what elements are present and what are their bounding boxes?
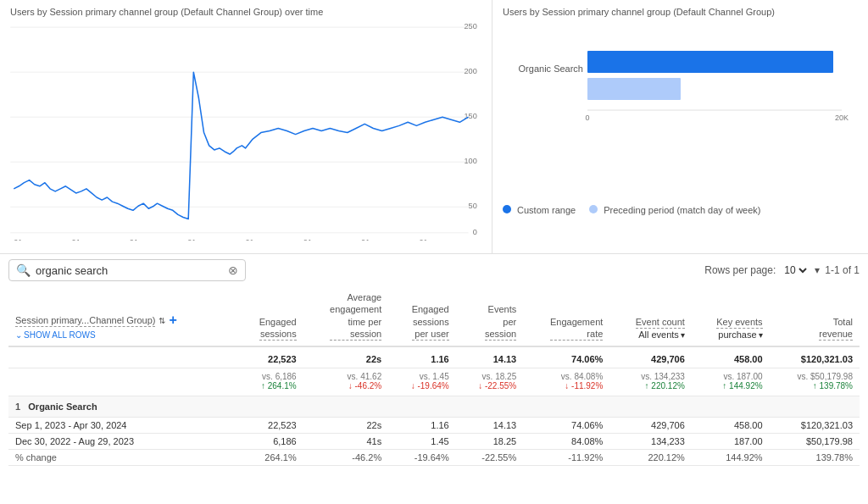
change-events-per-session: vs. 18.25 ↓ -22.55% [456,368,524,396]
total-engaged-per-user: 1.16 [388,346,456,368]
svg-rect-29 [587,51,833,73]
change-event-count: vs. 134,233 ↑ 220.12% [609,368,692,396]
search-box[interactable]: 🔍 ⊗ [8,259,246,281]
legend-label-custom: Custom range [517,205,576,215]
change-avg-engagement: vs. 41.62 ↓ -46.2% [303,368,389,396]
row-label-1: Sep 1, 2023 - Apr 30, 2024 [8,418,236,434]
svg-text:Organic Search: Organic Search [519,64,583,74]
col-header-total-revenue: Totalrevenue [770,286,860,346]
col-header-engaged-sessions: Engagedsessions [236,286,303,346]
rows-per-page-select[interactable]: 10 25 50 [781,263,810,277]
col-header-event-count: Event count All events ▾ [609,286,692,346]
svg-text:01: 01 [419,238,427,241]
pagination-controls: Rows per page: 10 25 50 ▾ 1-1 of 1 [704,263,860,277]
col-header-avg-engagement: Averageengagementtime persession [303,286,389,346]
line-chart-container: 250 200 150 100 50 0 01 Sep 01 Oct [10,20,481,241]
total-key-events: 458.00 [692,346,770,368]
total-event-count: 429,706 [609,346,692,368]
add-dimension-button[interactable]: + [169,312,176,330]
total-revenue: $120,321.03 [770,346,860,368]
rows-per-page-label: Rows per page: [704,264,776,276]
bar-chart-area: Users by Session primary channel group (… [492,0,868,253]
page-info: 1-1 of 1 [825,264,860,276]
svg-text:200: 200 [464,67,476,75]
search-filter-row: 🔍 ⊗ Rows per page: 10 25 50 ▾ 1-1 of 1 [8,259,860,281]
change-engaged-sessions: vs. 6,186 ↑ 264.1% [236,368,303,396]
col-header-events-per-session: Eventspersession [456,286,524,346]
line-chart-area: Users by Session primary channel group (… [0,0,492,253]
change-key-events: vs. 187.00 ↑ 144.92% [692,368,770,396]
bar-chart-title: Users by Session primary channel group (… [503,7,858,17]
row-label-2: Dec 30, 2022 - Aug 29, 2023 [8,434,236,450]
row-label-pct: % change [8,450,236,466]
svg-text:0: 0 [585,114,589,122]
change-engaged-per-user: vs. 1.45 ↓ -19.64% [388,368,456,396]
total-avg-engagement: 22s [303,346,389,368]
chart-legend: Custom range Preceding period (match day… [503,205,858,215]
legend-item-preceding: Preceding period (match day of week) [589,205,760,215]
col-header-key-events: Key events purchase ▾ [692,286,770,346]
total-engagement-rate: 74.06% [523,346,609,368]
show-all-rows-button[interactable]: ⌄ SHOW ALL ROWS [15,330,230,341]
table-row: Sep 1, 2023 - Apr 30, 2024 22,523 22s 1.… [8,418,860,434]
session-col-label: Session primary...Channel Group) [15,314,155,327]
svg-text:50: 50 [469,202,477,210]
change-row: vs. 6,186 ↑ 264.1% vs. 41.62 ↓ -46.2% vs… [8,368,860,396]
svg-text:20K: 20K [835,114,849,122]
search-input[interactable] [36,264,228,277]
key-events-dropdown-icon[interactable]: ▾ [759,330,763,341]
table-row: % change 264.1% -46.2% -19.64% -22.55% -… [8,450,860,466]
legend-label-preceding: Preceding period (match day of week) [604,205,760,215]
legend-dot-custom [503,205,511,213]
svg-text:01: 01 [14,238,22,241]
svg-text:01: 01 [245,238,253,241]
line-chart-svg: 250 200 150 100 50 0 01 Sep 01 Oct [10,20,481,241]
event-count-dropdown-icon[interactable]: ▾ [681,330,685,341]
svg-rect-30 [587,78,681,100]
col-header-session: Session primary...Channel Group) ⇅ + ⌄ S… [8,286,236,346]
bottom-section: 🔍 ⊗ Rows per page: 10 25 50 ▾ 1-1 of 1 S… [0,254,868,471]
section-row-organic-search: 1 Organic Search [8,396,860,418]
line-chart-title: Users by Session primary channel group (… [10,7,481,17]
totals-label [8,346,236,368]
legend-dot-preceding [589,205,598,213]
svg-text:01: 01 [72,238,81,241]
change-engagement-rate: vs. 84.08% ↓ -11.92% [523,368,609,396]
svg-text:0: 0 [473,228,477,236]
data-table: Session primary...Channel Group) ⇅ + ⌄ S… [8,286,860,466]
change-total-revenue: vs. $50,179.98 ↑ 139.78% [770,368,860,396]
data-table-wrapper: Session primary...Channel Group) ⇅ + ⌄ S… [8,286,860,466]
svg-text:01: 01 [130,238,138,241]
totals-row: 22,523 22s 1.16 14.13 74.06% 429,706 458… [8,346,860,368]
svg-text:01: 01 [303,238,312,241]
svg-text:100: 100 [464,157,476,165]
dropdown-arrow-icon: ▾ [815,264,820,276]
clear-search-icon[interactable]: ⊗ [228,263,238,277]
svg-text:250: 250 [464,22,476,30]
section-label: 1 Organic Search [8,396,860,418]
svg-text:01: 01 [361,238,370,241]
table-row: Dec 30, 2022 - Aug 29, 2023 6,186 41s 1.… [8,434,860,450]
total-events-per-session: 14.13 [456,346,524,368]
sort-icon[interactable]: ⇅ [159,315,165,326]
chevron-down-icon: ⌄ [15,330,22,341]
col-header-engaged-per-user: Engagedsessionsper user [388,286,456,346]
search-icon: 🔍 [16,263,31,277]
legend-item-custom: Custom range [503,205,576,215]
total-engaged-sessions: 22,523 [236,346,303,368]
bar-chart-svg: Organic Search 0 20K [503,25,858,186]
col-header-engagement-rate: Engagementrate [523,286,609,346]
svg-text:01: 01 [187,238,196,241]
